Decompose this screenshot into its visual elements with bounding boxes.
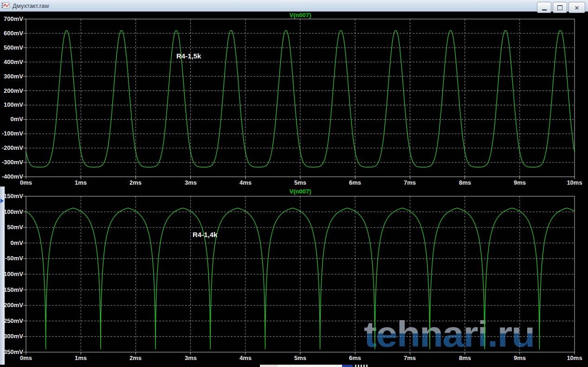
y-tick-label: 100mV <box>0 101 23 108</box>
close-icon: × <box>575 4 579 11</box>
window-title: Дмухтакт.raw <box>13 2 49 9</box>
x-tick-label: 7ms <box>396 179 424 186</box>
x-tick-label: 4ms <box>232 354 259 361</box>
background-strip-segment <box>278 365 342 367</box>
minimize-button[interactable] <box>537 2 551 13</box>
x-tick-label: 6ms <box>341 179 369 186</box>
x-tick-label: 7ms <box>396 354 424 361</box>
minimize-icon <box>542 9 547 11</box>
x-tick-label: 3ms <box>177 354 205 361</box>
trace-annotation-bottom: R4-1,4k <box>193 231 217 238</box>
x-tick-label: 8ms <box>451 354 479 361</box>
x-tick-label: 2ms <box>122 179 149 186</box>
y-tick-label: -200mV <box>0 144 23 151</box>
restore-button[interactable] <box>553 2 567 13</box>
x-tick-label: 5ms <box>286 179 314 186</box>
x-tick-label: 5ms <box>286 354 314 361</box>
y-tick-label: 0mV <box>0 116 23 122</box>
y-tick-label: 400mV <box>0 58 23 65</box>
background-strip-segment <box>354 365 368 367</box>
x-tick-label: 2ms <box>122 354 149 361</box>
pane-title-top: V(n007) <box>26 12 575 19</box>
pane-title-bottom: V(n007) <box>26 188 575 195</box>
y-tick-label: -300mV <box>0 159 23 166</box>
x-tick-label: 1ms <box>67 354 95 361</box>
y-tick-label: 700mV <box>0 15 23 22</box>
restore-icon <box>557 5 562 10</box>
y-tick-label: -100mV <box>0 130 23 137</box>
trace-annotation-top: R4-1,5k <box>176 52 201 60</box>
titlebar[interactable]: Дмухтакт.raw × <box>0 0 588 12</box>
x-tick-label: 0ms <box>12 179 40 186</box>
close-button[interactable]: × <box>569 2 585 13</box>
waveform-viewer-client: tehnari.ru V(n007) V(n007) 0ms1ms2ms3ms4… <box>0 0 588 367</box>
y-tick-label: 500mV <box>0 44 23 51</box>
background-strip-segment <box>260 365 278 367</box>
y-tick-label: 300mV <box>0 73 23 80</box>
background-strip-segment <box>342 365 353 367</box>
x-tick-label: 8ms <box>451 179 479 186</box>
x-tick-label: 4ms <box>232 179 259 186</box>
x-tick-label: 6ms <box>341 354 369 361</box>
y-tick-label: 200mV <box>0 87 23 94</box>
background-window-arrow-icon <box>0 199 4 203</box>
x-tick-label: 1ms <box>67 179 95 186</box>
background-window-edge <box>0 187 5 365</box>
x-tick-label: 10ms <box>561 179 588 186</box>
y-tick-label: 600mV <box>0 30 23 37</box>
x-tick-label: 10ms <box>561 354 588 361</box>
waveform-file-icon <box>1 1 11 10</box>
x-tick-label: 0ms <box>12 354 40 361</box>
x-tick-label: 9ms <box>506 179 534 186</box>
x-tick-label: 9ms <box>506 354 534 361</box>
x-tick-label: 3ms <box>177 179 205 186</box>
y-tick-label: -400mV <box>0 173 23 180</box>
